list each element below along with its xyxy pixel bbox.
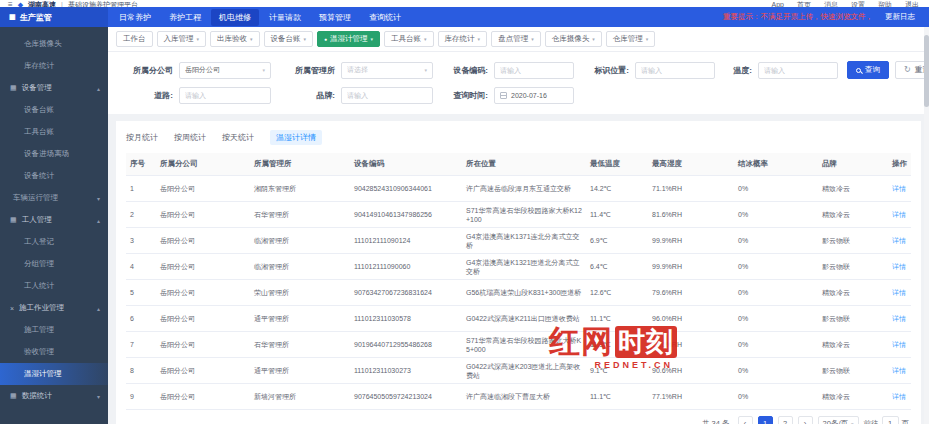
tab-9[interactable]: 仓库管理▾ (606, 31, 656, 47)
cell-max-humidity: 71.1%RH (648, 176, 734, 202)
cell-device-code: 90764505059724213024 (350, 384, 462, 410)
sidebar-item-label: 数据统计 (22, 391, 52, 401)
notice-text: 重要提示：不满足开票上传，快速浏览文件， (723, 12, 873, 22)
cell-company: 岳阳分公司 (156, 384, 250, 410)
filter-control[interactable] (635, 62, 715, 79)
filter-group-2-2: 查询时间:2020-07-16 (442, 87, 574, 104)
pagination: 共 34 条 ‹ 12 › 20条/页 ▾ 前往 页 (126, 410, 911, 424)
sidebar-item-label: 施工作业管理 (19, 303, 64, 313)
sidebar-item-13[interactable]: 施工管理 (0, 319, 108, 341)
reset-icon: ↻ (904, 66, 911, 74)
tab-7[interactable]: 盘点管理▾ (491, 31, 541, 47)
filter-control[interactable] (179, 87, 271, 104)
nav-module-production[interactable]: ▦ 生产监管 (0, 7, 108, 27)
sidebar-item-11[interactable]: 工人统计 (0, 275, 108, 297)
nav-item-2[interactable]: 机电维修 (211, 9, 259, 26)
cell-min-temp: 11.1℃ (586, 384, 648, 410)
filter-input[interactable] (185, 92, 265, 99)
filter-select[interactable]: 岳阳分公司▾ (179, 62, 271, 79)
jump-suffix: 页 (902, 419, 910, 424)
cell-device-code: 111012111090124 (350, 228, 462, 254)
sidebar-item-3[interactable]: 设备台账 (0, 99, 108, 121)
sidebar-item-15[interactable]: 温湿计管理 (0, 363, 108, 385)
chevron-down-icon: ▾ (197, 36, 200, 42)
search-button[interactable]: 查询 (847, 61, 889, 79)
nav-item-1[interactable]: 养护工程 (161, 9, 209, 26)
sidebar-item-7[interactable]: 车辆运行管理▾ (0, 187, 108, 209)
tab-8[interactable]: 仓库摄像头▾ (545, 31, 602, 47)
sidebar-item-9[interactable]: 工人登记 (0, 231, 108, 253)
pagination-page-1[interactable]: 1 (758, 416, 773, 424)
sidebar-item-label: 验收管理 (24, 347, 54, 357)
vertical-scrollbar[interactable] (924, 27, 929, 424)
filter-select[interactable]: 请选择▾ (341, 62, 433, 79)
detail-link[interactable]: 详情 (888, 176, 911, 202)
sidebar-item-6[interactable]: 设备统计 (0, 165, 108, 187)
tab-0[interactable]: 工作台 (116, 31, 153, 47)
cell-ice-probability: 0% (734, 202, 818, 228)
subtab-2[interactable]: 按天统计 (222, 130, 254, 145)
nav-item-0[interactable]: 日常养护 (111, 9, 159, 26)
sidebar-item-12[interactable]: ×施工作业管理▴ (0, 297, 108, 319)
detail-link[interactable]: 详情 (888, 306, 911, 332)
cell-no: 8 (126, 358, 156, 384)
detail-link[interactable]: 详情 (888, 384, 911, 410)
detail-link[interactable]: 详情 (888, 358, 911, 384)
table-row: 7岳阳分公司石华管理所90196440712955486268S71华常高速石华… (126, 332, 911, 358)
detail-link[interactable]: 详情 (888, 254, 911, 280)
tab-1[interactable]: 入库管理▾ (157, 31, 207, 47)
top-strip: ≡ ◆ 湖南高速 | 基础设施养护管理平台 App首页消息设置帮助退出 (0, 0, 929, 7)
cell-min-temp: 14.2℃ (586, 176, 648, 202)
detail-link[interactable]: 详情 (888, 228, 911, 254)
detail-link[interactable]: 详情 (888, 332, 911, 358)
table-header-row: 序号所属分公司所属管理所设备编码所在位置最低温度最高湿度结冰概率品牌操作 (126, 153, 911, 176)
tab-label: 出库验收 (217, 34, 247, 44)
sidebar-item-8[interactable]: ▦工人管理▴ (0, 209, 108, 231)
sidebar-item-5[interactable]: 设备进场离场 (0, 143, 108, 165)
table-row: 5岳阳分公司荣山管理所90763427067236831624G56杭瑞高速荣山… (126, 280, 911, 306)
pagination-prev-button[interactable]: ‹ (738, 416, 753, 424)
detail-link[interactable]: 详情 (888, 202, 911, 228)
filter-input[interactable] (641, 67, 709, 74)
sidebar-item-16[interactable]: ▦数据统计▾ (0, 385, 108, 407)
cell-office: 通平管理所 (250, 306, 350, 332)
subtab-3[interactable]: 温湿计详情 (270, 130, 322, 145)
filter-input[interactable] (764, 67, 832, 74)
filter-input[interactable] (500, 67, 568, 74)
jump-page-input[interactable] (882, 416, 899, 424)
filter-control[interactable] (494, 62, 574, 79)
cell-company: 岳阳分公司 (156, 176, 250, 202)
sidebar-item-14[interactable]: 验收管理 (0, 341, 108, 363)
scrollbar-thumb[interactable] (924, 35, 929, 107)
pagination-next-button[interactable]: › (798, 416, 813, 424)
sidebar-item-1[interactable]: 库存统计 (0, 55, 108, 77)
pagination-page-2[interactable]: 2 (778, 416, 793, 424)
tabs-bar: 工作台入库管理▾出库验收▾设备台账▾●温湿计管理▾工具台账▾库存统计▾盘点管理▾… (108, 27, 929, 52)
subtab-1[interactable]: 按周统计 (174, 130, 206, 145)
tab-6[interactable]: 库存统计▾ (438, 31, 488, 47)
table-row: 4岳阳分公司临湘管理所111012111090060G4京港澳高速K1321匝道… (126, 254, 911, 280)
date-picker[interactable]: 2020-07-16 (494, 87, 574, 104)
nav-item-3[interactable]: 计量请款 (261, 9, 309, 26)
filter-control[interactable] (758, 62, 838, 79)
tab-5[interactable]: 工具台账▾ (384, 31, 434, 47)
filter-input[interactable] (347, 92, 427, 99)
subtab-0[interactable]: 按月统计 (126, 130, 158, 145)
update-log-link[interactable]: 更新日志 (885, 12, 915, 22)
sidebar-item-10[interactable]: 分组管理 (0, 253, 108, 275)
detail-link[interactable]: 详情 (888, 280, 911, 306)
tab-label: 设备台账 (271, 34, 301, 44)
nav-item-5[interactable]: 查询统计 (361, 9, 409, 26)
tab-2[interactable]: 出库验收▾ (210, 31, 260, 47)
cell-no: 9 (126, 384, 156, 410)
tab-4[interactable]: ●温湿计管理▾ (317, 31, 380, 47)
sidebar-item-0[interactable]: 仓库摄像头 (0, 33, 108, 55)
tab-3[interactable]: 设备台账▾ (264, 31, 314, 47)
cell-ice-probability: 0% (734, 176, 818, 202)
page-size-select[interactable]: 20条/页 ▾ (818, 416, 859, 424)
filter-control[interactable] (341, 87, 433, 104)
nav-item-4[interactable]: 预算管理 (311, 9, 359, 26)
cell-location: S71华常高速石华段校园路家大桥K12+100 (462, 202, 586, 228)
sidebar-item-4[interactable]: 工具台账 (0, 121, 108, 143)
sidebar-item-2[interactable]: ▦设备管理▴ (0, 77, 108, 99)
